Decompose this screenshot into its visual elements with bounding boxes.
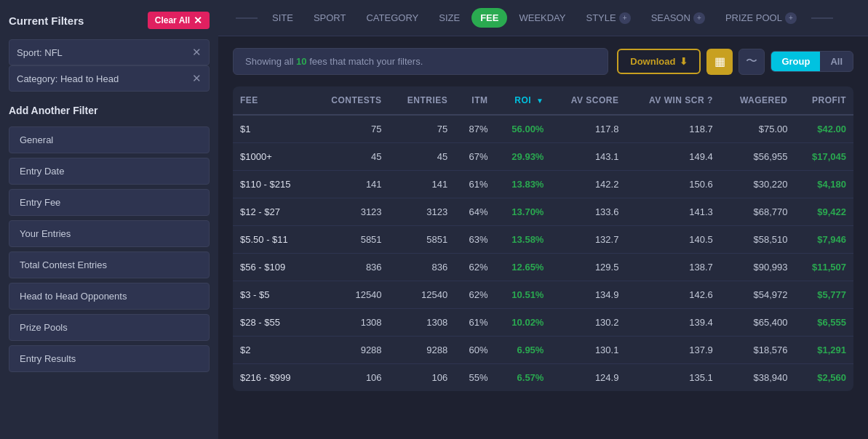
filter-btn-total-contest-entries[interactable]: Total Contest Entries: [9, 251, 210, 278]
cell-6-6: 142.6: [626, 281, 720, 309]
group-all-toggle: Group All: [771, 51, 853, 72]
cell-2-3: 61%: [455, 171, 495, 198]
table-row: $56 - $10983683662%12.65%129.5138.7$90,9…: [233, 254, 853, 281]
filter-btn-general[interactable]: General: [9, 126, 210, 153]
table-row: $3 - $5125401254062%10.51%134.9142.6$54,…: [233, 281, 853, 309]
all-button[interactable]: All: [820, 52, 853, 71]
nav-label: PRIZE POOL: [725, 12, 782, 23]
filter-btn-prize-pools[interactable]: Prize Pools: [9, 314, 210, 341]
th-wagered[interactable]: Wagered: [720, 86, 795, 115]
table-row: $110 - $21514114161%13.83%142.2150.6$30,…: [233, 171, 853, 198]
clear-all-label: Clear All: [155, 15, 190, 25]
cell-7-4: 10.02%: [495, 309, 551, 337]
nav-item-category[interactable]: CATEGORY: [357, 8, 427, 28]
cell-6-5: 134.9: [551, 281, 626, 309]
chart-view-button[interactable]: 〜: [738, 49, 765, 75]
filter-btn-head-to-head[interactable]: Head to Head Opponents: [9, 283, 210, 310]
cell-0-5: 117.8: [551, 115, 626, 143]
th-itm[interactable]: ITM: [455, 86, 495, 115]
cell-1-7: $56,955: [720, 143, 795, 171]
cell-6-4: 10.51%: [495, 281, 551, 309]
cell-7-8: $6,555: [795, 309, 853, 337]
cell-4-2: 5851: [389, 226, 455, 254]
filter-tags-container: Sport: NFL ✕Category: Head to Head ✕: [9, 39, 210, 92]
cell-6-7: $54,972: [720, 281, 795, 309]
main-area: SITESPORTCATEGORYSIZEFEEWEEKDAY STYLE + …: [218, 0, 868, 439]
cell-8-1: 9288: [311, 337, 389, 364]
cell-3-8: $9,422: [795, 198, 853, 226]
nav-item-sport[interactable]: SPORT: [305, 8, 355, 28]
nav-badge: +: [619, 12, 631, 24]
cell-0-6: 118.7: [626, 115, 720, 143]
download-icon: ⬇: [680, 56, 688, 67]
filter-bar: Showing all 10 fees that match your filt…: [233, 48, 853, 75]
th-roi[interactable]: ROI ▼: [495, 86, 551, 115]
cell-5-8: $11,507: [795, 254, 853, 281]
cell-1-3: 67%: [455, 143, 495, 171]
cell-4-4: 13.58%: [495, 226, 551, 254]
nav-divider-left: [236, 17, 258, 19]
close-icon: ✕: [194, 15, 202, 26]
cell-3-3: 64%: [455, 198, 495, 226]
cell-4-3: 63%: [455, 226, 495, 254]
cell-3-6: 141.3: [626, 198, 720, 226]
cell-3-0: $12 - $27: [233, 198, 311, 226]
filter-tag: Category: Head to Head ✕: [9, 65, 210, 92]
cell-9-3: 55%: [455, 364, 495, 392]
download-label: Download: [630, 56, 675, 67]
cell-4-7: $58,510: [720, 226, 795, 254]
nav-item-site[interactable]: SITE: [263, 8, 302, 28]
cell-2-0: $110 - $215: [233, 171, 311, 198]
filter-text-after: fees that match your filters.: [307, 56, 423, 67]
cell-5-3: 62%: [455, 254, 495, 281]
cell-9-4: 6.57%: [495, 364, 551, 392]
th-av_score[interactable]: Av Score: [551, 86, 626, 115]
download-button[interactable]: Download ⬇: [617, 49, 701, 74]
th-av_win_scr_[interactable]: Av Win Scr ?: [626, 86, 720, 115]
th-fee[interactable]: Fee: [233, 86, 311, 115]
nav-label: STYLE: [586, 12, 616, 23]
cell-3-4: 13.70%: [495, 198, 551, 226]
cell-0-4: 56.00%: [495, 115, 551, 143]
table-view-button[interactable]: ▦: [706, 49, 733, 75]
cell-9-7: $38,940: [720, 364, 795, 392]
cell-8-4: 6.95%: [495, 337, 551, 364]
cell-7-1: 1308: [311, 309, 389, 337]
cell-8-7: $18,576: [720, 337, 795, 364]
nav-item-fee[interactable]: FEE: [471, 8, 507, 28]
filter-btn-entry-date[interactable]: Entry Date: [9, 158, 210, 185]
clear-all-button[interactable]: Clear All ✕: [148, 12, 210, 29]
filter-btn-entry-fee[interactable]: Entry Fee: [9, 189, 210, 216]
remove-filter-icon[interactable]: ✕: [192, 72, 202, 85]
remove-filter-icon[interactable]: ✕: [192, 46, 202, 59]
table-row: $28 - $551308130861%10.02%130.2139.4$65,…: [233, 309, 853, 337]
nav-item-size[interactable]: SIZE: [430, 8, 469, 28]
nav-item-season[interactable]: SEASON +: [642, 8, 714, 28]
sidebar: Current Filters Clear All ✕ Sport: NFL ✕…: [0, 0, 218, 439]
th-contests[interactable]: Contests: [311, 86, 389, 115]
cell-8-5: 130.1: [551, 337, 626, 364]
th-entries[interactable]: Entries: [389, 86, 455, 115]
nav-badge: +: [785, 12, 797, 24]
cell-5-6: 138.7: [626, 254, 720, 281]
th-profit[interactable]: Profit: [795, 86, 853, 115]
table-row: $1000+454567%29.93%143.1149.4$56,955$17,…: [233, 143, 853, 171]
chart-icon: 〜: [746, 54, 757, 69]
nav-item-style[interactable]: STYLE +: [578, 8, 640, 28]
add-filter-title: Add Another Filter: [9, 105, 210, 116]
filter-btn-your-entries[interactable]: Your Entries: [9, 220, 210, 247]
cell-5-2: 836: [389, 254, 455, 281]
cell-1-2: 45: [389, 143, 455, 171]
nav-item-prize-pool[interactable]: PRIZE POOL +: [717, 8, 805, 28]
cell-1-1: 45: [311, 143, 389, 171]
group-button[interactable]: Group: [771, 52, 820, 71]
cell-6-8: $5,777: [795, 281, 853, 309]
nav-item-weekday[interactable]: WEEKDAY: [510, 8, 574, 28]
cell-3-5: 133.6: [551, 198, 626, 226]
cell-4-6: 140.5: [626, 226, 720, 254]
cell-0-7: $75.00: [720, 115, 795, 143]
cell-1-6: 149.4: [626, 143, 720, 171]
filter-btn-entry-results[interactable]: Entry Results: [9, 345, 210, 372]
cell-3-1: 3123: [311, 198, 389, 226]
cell-9-0: $216 - $999: [233, 364, 311, 392]
